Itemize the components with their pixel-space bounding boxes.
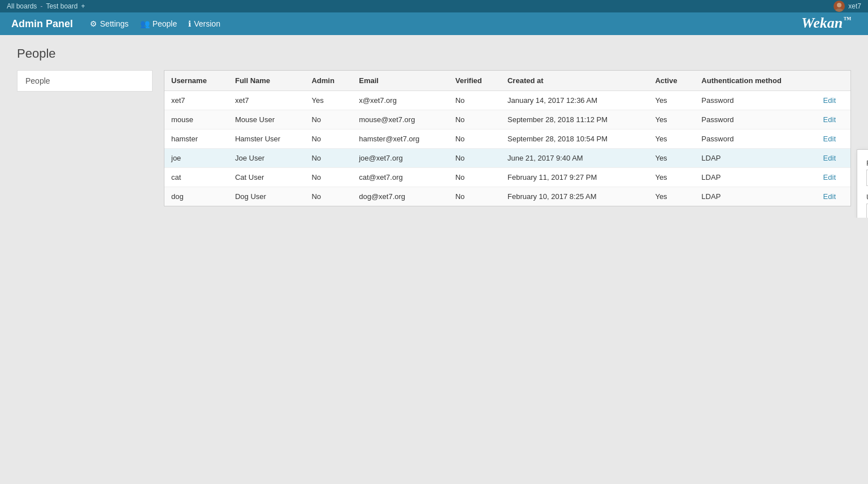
- cell-username: mouse: [164, 110, 228, 129]
- cell-admin: No: [305, 168, 352, 187]
- svg-point-0: [837, 3, 841, 7]
- admin-panel-title: Admin Panel: [11, 18, 73, 30]
- edit-button[interactable]: Edit: [823, 115, 836, 124]
- cell-email: cat@xet7.org: [352, 168, 449, 187]
- col-actions: [817, 71, 850, 91]
- cell-verified: No: [449, 149, 501, 168]
- col-admin: Admin: [305, 71, 352, 91]
- edit-button[interactable]: Edit: [823, 173, 836, 182]
- cell-auth: Password: [695, 110, 816, 129]
- cell-auth: LDAP: [695, 168, 816, 187]
- sidebar: People: [17, 70, 153, 206]
- nav-version[interactable]: ℹ Version: [188, 19, 220, 28]
- all-boards-link[interactable]: All boards: [7, 2, 37, 10]
- cell-active: Yes: [648, 187, 695, 206]
- separator: -: [40, 2, 42, 10]
- table-row: hamster Hamster User No hamster@xet7.org…: [164, 129, 850, 149]
- nav-settings[interactable]: ⚙ Settings: [90, 19, 129, 28]
- cell-edit[interactable]: Edit: [817, 129, 850, 149]
- cell-active: Yes: [648, 129, 695, 149]
- cell-admin: No: [305, 149, 352, 168]
- col-active: Active: [648, 71, 695, 91]
- cell-edit[interactable]: Edit: [817, 187, 850, 206]
- user-area: xet7: [834, 1, 861, 12]
- cell-email: mouse@xet7.org: [352, 110, 449, 129]
- col-email: Email: [352, 71, 449, 91]
- board-name[interactable]: Test board: [46, 2, 77, 10]
- cell-auth: Password: [695, 129, 816, 149]
- cell-created: September 28, 2018 11:12 PM: [501, 110, 648, 129]
- cell-username: xet7: [164, 91, 228, 110]
- header-nav: ⚙ Settings 👥 People ℹ Version: [90, 19, 220, 28]
- cell-fullname: Mouse User: [228, 110, 305, 129]
- nav-version-label: Version: [194, 19, 220, 28]
- cell-verified: No: [449, 129, 501, 149]
- cell-active: Yes: [648, 168, 695, 187]
- table-row: joe Joe User No joe@xet7.org No June 21,…: [164, 149, 850, 168]
- edit-button[interactable]: Edit: [823, 135, 836, 143]
- cell-email: dog@xet7.org: [352, 187, 449, 206]
- svg-text:Wekan: Wekan: [801, 15, 843, 31]
- cell-fullname: Dog User: [228, 187, 305, 206]
- cell-fullname: Cat User: [228, 168, 305, 187]
- cell-admin: No: [305, 110, 352, 129]
- cell-fullname: xet7: [228, 91, 305, 110]
- cell-fullname: Joe User: [228, 149, 305, 168]
- table-header-row: Username Full Name Admin Email Verified …: [164, 71, 850, 91]
- cell-fullname: Hamster User: [228, 129, 305, 149]
- col-verified: Verified: [449, 71, 501, 91]
- cell-username: cat: [164, 168, 228, 187]
- edit-button[interactable]: Edit: [823, 154, 836, 162]
- table-row: dog Dog User No dog@xet7.org No February…: [164, 187, 850, 206]
- cell-username: dog: [164, 187, 228, 206]
- cell-admin: Yes: [305, 91, 352, 110]
- cell-created: February 10, 2017 8:25 AM: [501, 187, 648, 206]
- edit-button[interactable]: Edit: [823, 192, 836, 201]
- cell-created: June 21, 2017 9:40 AM: [501, 149, 648, 168]
- cell-auth: Password: [695, 91, 816, 110]
- top-bar: All boards - Test board + xet7: [0, 0, 868, 12]
- cell-edit[interactable]: Edit: [817, 149, 850, 168]
- header: All boards - Test board + xet7 Admin Pan…: [0, 0, 868, 35]
- cell-admin: No: [305, 129, 352, 149]
- sidebar-item-people[interactable]: People: [17, 70, 153, 92]
- cell-email: hamster@xet7.org: [352, 129, 449, 149]
- col-fullname: Full Name: [228, 71, 305, 91]
- nav-settings-label: Settings: [100, 19, 129, 28]
- edit-button[interactable]: Edit: [823, 96, 836, 105]
- cell-created: February 11, 2017 9:27 PM: [501, 168, 648, 187]
- cell-created: September 28, 2018 10:54 PM: [501, 129, 648, 149]
- table-row: xet7 xet7 Yes x@xet7.org No January 14, …: [164, 91, 850, 110]
- users-table: Username Full Name Admin Email Verified …: [164, 71, 850, 206]
- col-created: Created at: [501, 71, 648, 91]
- cell-verified: No: [449, 168, 501, 187]
- cell-email: joe@xet7.org: [352, 149, 449, 168]
- col-auth: Authentication method: [695, 71, 816, 91]
- cell-created: January 14, 2017 12:36 AM: [501, 91, 648, 110]
- table-row: mouse Mouse User No mouse@xet7.org No Se…: [164, 110, 850, 129]
- cell-edit[interactable]: Edit: [817, 168, 850, 187]
- table-area: Username Full Name Admin Email Verified …: [164, 70, 851, 206]
- page-content: People People Username Full Name Admin E…: [0, 35, 868, 218]
- cell-username: joe: [164, 149, 228, 168]
- version-icon: ℹ: [188, 19, 191, 28]
- cell-auth: LDAP: [695, 187, 816, 206]
- cell-admin: No: [305, 187, 352, 206]
- avatar: [834, 1, 845, 12]
- people-nav-icon: 👥: [140, 19, 150, 28]
- add-board-icon[interactable]: +: [81, 2, 85, 10]
- cell-email: x@xet7.org: [352, 91, 449, 110]
- cell-auth: LDAP: [695, 149, 816, 168]
- cell-verified: No: [449, 110, 501, 129]
- main-layout: People Username Full Name Admin Email Ve…: [17, 70, 851, 206]
- cell-active: Yes: [648, 91, 695, 110]
- edit-panel: Full Name Username Email Admin NoYes Act…: [857, 149, 868, 218]
- nav-people[interactable]: 👥 People: [140, 19, 177, 28]
- settings-icon: ⚙: [90, 19, 97, 28]
- table-wrapper: Username Full Name Admin Email Verified …: [164, 70, 851, 206]
- page-title: People: [17, 46, 851, 61]
- cell-edit[interactable]: Edit: [817, 110, 850, 129]
- cell-edit[interactable]: Edit: [817, 91, 850, 110]
- username-display: xet7: [848, 2, 861, 10]
- svg-text:™: ™: [843, 15, 851, 24]
